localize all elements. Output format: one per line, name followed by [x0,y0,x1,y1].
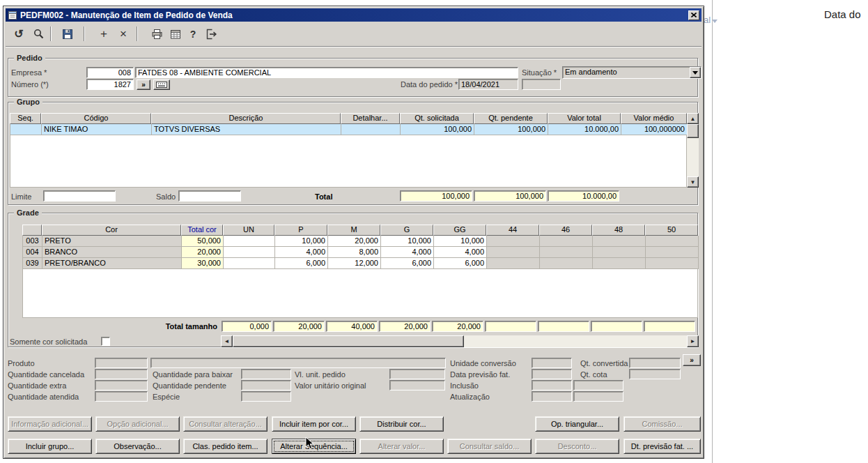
grade-cell-m[interactable]: 8,000 [328,247,381,258]
grupo-header-valor-medio[interactable]: Valor médio [621,113,687,124]
grade-header-m[interactable]: M [327,225,380,236]
scroll-down-button[interactable]: ▼ [687,176,699,188]
grade-cell-un[interactable] [224,236,275,247]
numero-field[interactable]: 1827 [86,79,134,90]
grade-header-p[interactable]: P [274,225,327,236]
grade-header-gg[interactable]: GG [433,225,486,236]
empresa-code-field[interactable]: 008 [86,67,134,78]
situacao-combobox[interactable]: Em andamento [562,66,702,79]
grade-header-g[interactable]: G [380,225,433,236]
grade-total-m: 40,000 [326,321,378,332]
grupo-header-detalhar[interactable]: Detalhar... [341,113,400,124]
grade-cell-46 [540,236,593,247]
data-pedido-label: Data do pedido * [401,79,455,90]
grade-cell-gg[interactable]: 6,000 [434,258,487,269]
combo-dropdown-button[interactable] [690,67,701,78]
grade-total-48 [591,321,642,332]
grade-cell-m[interactable]: 12,000 [328,258,381,269]
scroll-right-button[interactable]: ► [687,335,699,347]
incluir-grupo-button[interactable]: Incluir grupo... [8,439,92,454]
print-icon[interactable] [148,24,166,43]
grade-cell-un[interactable] [224,247,275,258]
situacao-aux-field [522,79,561,90]
grupo-row[interactable]: NIKE TIMAO TOTVS DIVERSAS 100,000 100,00… [10,124,687,135]
somente-cor-checkbox[interactable] [101,337,110,346]
scroll-track[interactable] [464,335,687,347]
grade-cell-gg[interactable]: 4,000 [434,247,487,258]
scroll-left-button[interactable]: ◄ [221,335,233,347]
grade-row[interactable]: 039 PRETO/BRANCO 30,000 6,000 12,000 6,0… [22,258,698,269]
scroll-thumb[interactable] [687,124,699,138]
grade-header-code[interactable] [22,225,42,236]
grade-header-46[interactable]: 46 [539,225,592,236]
grade-total-g: 20,000 [379,321,431,332]
dialog-window: PEDFM002 - Manutenção de Item de Pedido … [3,6,704,459]
keypad-button[interactable] [153,79,170,90]
vl-unit-pedido-label: Vl. unit. pedido [295,370,346,380]
observacao-button[interactable]: Observação... [95,439,180,454]
search-icon[interactable] [29,24,47,43]
grupo-header-qt-solicitada[interactable]: Qt. solicitada [400,113,474,124]
details-more-button[interactable]: » [683,354,701,366]
grade-header-44[interactable]: 44 [486,225,539,236]
grade-cell-total[interactable]: 20,000 [182,247,224,258]
pedido-legend: Pedido [14,54,45,63]
add-icon[interactable]: + [95,24,113,43]
grade-cell-gg[interactable]: 10,000 [434,236,487,247]
grade-cell-p[interactable]: 10,000 [275,236,328,247]
incluir-item-por-cor-button[interactable]: Incluir item por cor... [272,416,356,432]
limite-label: Limite [11,192,31,202]
grade-cell-code: 004 [23,247,42,258]
grade-cell-44 [487,247,540,258]
grupo-header-descricao[interactable]: Descrição [151,113,341,124]
qt-cota-label: Qt. cota [580,370,607,380]
clas-pedido-item-button[interactable]: Clas. pedido item... [183,439,268,454]
grade-cell-g[interactable]: 10,000 [381,236,434,247]
total-qt-pendente-field: 100,000 [474,190,546,202]
grade-legend: Grade [14,208,42,218]
save-icon[interactable] [59,24,77,43]
qtd-cancelada-field [95,369,148,379]
undo-icon[interactable]: ↺ [10,24,28,43]
grupo-header-seq[interactable]: Seq. [10,113,41,124]
grade-cell-m[interactable]: 20,000 [328,236,381,247]
grade-cell-p[interactable]: 4,000 [275,247,328,258]
grade-cell-g[interactable]: 6,000 [381,258,434,269]
grade-cell-total[interactable]: 30,000 [182,258,224,269]
total-valor-field: 10.000,00 [548,190,619,202]
scroll-up-button[interactable]: ▲ [687,113,699,124]
dt-previsao-fat-button[interactable]: Dt. previsão fat. ... [623,439,701,454]
grade-header-total-cor[interactable]: Total cor [181,225,223,236]
grade-header-cor[interactable]: Cor [42,225,181,236]
distribuir-cor-button[interactable]: Distribuir cor... [359,416,444,432]
grade-header-48[interactable]: 48 [592,225,645,236]
grade-cell-g[interactable]: 4,000 [381,247,434,258]
help-icon[interactable]: ? [184,24,202,43]
grade-cell-un[interactable] [224,258,275,269]
grupo-header-valor-total[interactable]: Valor total [548,113,621,124]
consultar-saldo-button: Consultar saldo... [447,439,532,454]
limite-field[interactable] [43,190,116,202]
screen: Data do al PEDFM002 - Manutenção de Item… [0,0,868,463]
especie-label: Espécie [153,392,180,402]
grupo-header-codigo[interactable]: Código [41,113,151,124]
grupo-header-qt-pendente[interactable]: Qt. pendente [474,113,548,124]
exit-icon[interactable] [202,24,220,43]
atualizacao-label: Atualização [450,392,490,402]
calendar-icon[interactable] [166,24,185,43]
grade-row[interactable]: 004 BRANCO 20,000 4,000 8,000 4,000 4,00… [22,247,698,258]
delete-icon[interactable]: × [114,24,132,43]
grade-cell-total[interactable]: 50,000 [182,236,224,247]
op-triangular-button[interactable]: Op. triangular... [535,416,619,432]
close-button[interactable] [688,10,699,20]
empresa-name-field[interactable]: FATDES 08 - AMBIENTE COMERCIAL [135,67,518,78]
grade-cell-p[interactable]: 6,000 [275,258,328,269]
scroll-track[interactable] [687,138,699,176]
grade-row[interactable]: 003 PRETO 50,000 10,000 20,000 10,000 10… [22,236,698,247]
grade-header-50[interactable]: 50 [645,225,698,236]
data-previsao-field [532,369,572,379]
scroll-thumb[interactable] [233,335,464,347]
numero-more-button[interactable]: » [137,79,150,90]
grade-header-un[interactable]: UN [223,225,274,236]
saldo-field[interactable] [178,190,241,202]
